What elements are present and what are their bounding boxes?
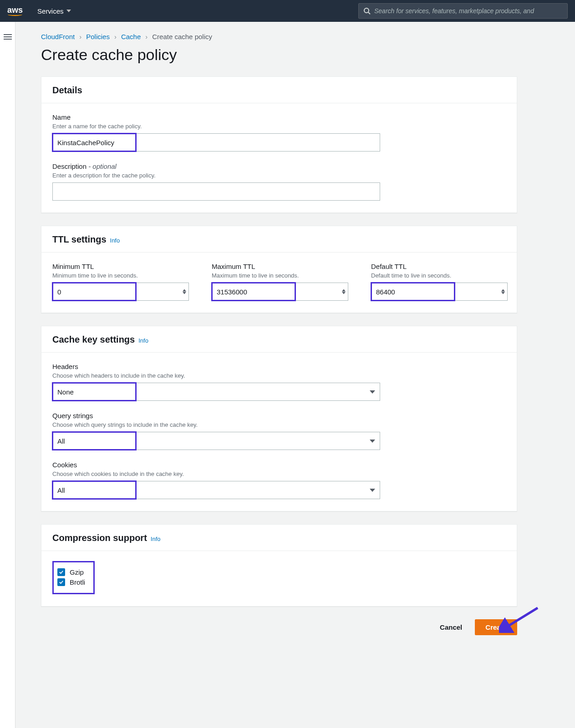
cachekey-panel: Cache key settings Info Headers Choose w… bbox=[41, 326, 517, 511]
breadcrumb: CloudFront › Policies › Cache › Create c… bbox=[41, 33, 517, 40]
sidebar-toggle-icon[interactable] bbox=[4, 33, 12, 728]
page-title: Create cache policy bbox=[41, 46, 517, 64]
svg-line-1 bbox=[368, 12, 370, 14]
cancel-button[interactable]: Cancel bbox=[433, 620, 468, 635]
name-input[interactable]: KinstaCachePolicy bbox=[52, 133, 380, 152]
max-ttl-input[interactable]: 31536000 bbox=[212, 283, 348, 301]
ttl-info-link[interactable]: Info bbox=[110, 237, 120, 244]
min-ttl-stepper[interactable] bbox=[183, 289, 186, 294]
querystrings-help: Choose which query strings to include in… bbox=[52, 421, 506, 428]
caret-up-icon bbox=[183, 289, 186, 292]
services-label: Services bbox=[37, 7, 64, 15]
headers-help: Choose which headers to include in the c… bbox=[52, 372, 506, 379]
querystrings-label: Query strings bbox=[52, 412, 506, 420]
cookies-label: Cookies bbox=[52, 461, 506, 469]
caret-down-icon bbox=[342, 292, 346, 294]
details-panel: Details Name Enter a name for the cache … bbox=[41, 76, 517, 213]
page-content: CloudFront › Policies › Cache › Create c… bbox=[15, 22, 539, 681]
compression-title: Compression support bbox=[52, 533, 147, 543]
cookies-help: Choose which cookies to include in the c… bbox=[52, 470, 506, 477]
max-ttl-label: Maximum TTL bbox=[212, 263, 348, 270]
svg-point-0 bbox=[364, 8, 369, 13]
max-ttl-stepper[interactable] bbox=[342, 289, 346, 294]
aws-logo[interactable]: aws bbox=[7, 6, 23, 16]
brotli-row: Brotli bbox=[57, 578, 85, 586]
sidebar-collapsed bbox=[0, 22, 15, 728]
breadcrumb-cache[interactable]: Cache bbox=[121, 33, 141, 40]
min-ttl-label: Minimum TTL bbox=[52, 263, 189, 270]
gzip-row: Gzip bbox=[57, 568, 85, 576]
details-title: Details bbox=[52, 85, 82, 96]
compression-info-link[interactable]: Info bbox=[151, 536, 161, 542]
global-search[interactable] bbox=[358, 3, 568, 19]
def-ttl-help: Default time to live in seconds. bbox=[371, 272, 508, 279]
top-nav: aws Services bbox=[0, 0, 575, 22]
caret-up-icon bbox=[342, 289, 346, 292]
description-label: Description - optional bbox=[52, 162, 506, 170]
ttl-panel: TTL settings Info Minimum TTL Minimum ti… bbox=[41, 226, 517, 313]
name-value: KinstaCachePolicy bbox=[57, 139, 114, 147]
max-ttl-value: 31536000 bbox=[217, 288, 247, 296]
brotli-checkbox[interactable] bbox=[57, 578, 65, 586]
max-ttl-help: Maximum time to live in seconds. bbox=[212, 272, 348, 279]
search-input[interactable] bbox=[374, 7, 563, 15]
chevron-down-icon bbox=[370, 390, 375, 394]
compression-options-highlight: Gzip Brotli bbox=[52, 561, 95, 594]
check-icon bbox=[59, 570, 64, 575]
check-icon bbox=[59, 580, 64, 585]
gzip-checkbox[interactable] bbox=[57, 568, 65, 576]
chevron-down-icon bbox=[66, 10, 71, 12]
cookies-select[interactable]: All bbox=[52, 481, 380, 499]
cachekey-title: Cache key settings bbox=[52, 334, 135, 345]
breadcrumb-cloudfront[interactable]: CloudFront bbox=[41, 33, 75, 40]
def-ttl-stepper[interactable] bbox=[501, 289, 505, 294]
headers-label: Headers bbox=[52, 363, 506, 370]
caret-down-icon bbox=[501, 292, 505, 294]
name-help: Enter a name for the cache policy. bbox=[52, 123, 506, 130]
chevron-right-icon: › bbox=[114, 33, 117, 40]
def-ttl-value: 86400 bbox=[376, 288, 395, 296]
breadcrumb-policies[interactable]: Policies bbox=[86, 33, 110, 40]
create-button[interactable]: Create bbox=[475, 619, 517, 635]
name-label: Name bbox=[52, 113, 506, 121]
querystrings-select[interactable]: All bbox=[52, 432, 380, 450]
min-ttl-value: 0 bbox=[57, 288, 61, 296]
cachekey-info-link[interactable]: Info bbox=[138, 337, 148, 344]
def-ttl-label: Default TTL bbox=[371, 263, 508, 270]
caret-up-icon bbox=[501, 289, 505, 292]
brotli-label: Brotli bbox=[70, 578, 85, 586]
search-icon bbox=[363, 7, 371, 15]
services-menu[interactable]: Services bbox=[37, 7, 71, 15]
headers-value: None bbox=[57, 388, 74, 396]
chevron-down-icon bbox=[370, 440, 375, 443]
headers-select[interactable]: None bbox=[52, 383, 380, 401]
breadcrumb-current: Create cache policy bbox=[152, 33, 212, 40]
caret-down-icon bbox=[183, 292, 186, 294]
chevron-right-icon: › bbox=[145, 33, 148, 40]
chevron-down-icon bbox=[370, 489, 375, 492]
ttl-title: TTL settings bbox=[52, 234, 107, 245]
min-ttl-input[interactable]: 0 bbox=[52, 283, 189, 301]
compression-panel: Compression support Info Gzip Brotli bbox=[41, 524, 517, 607]
def-ttl-input[interactable]: 86400 bbox=[371, 283, 508, 301]
chevron-right-icon: › bbox=[79, 33, 81, 40]
description-input[interactable] bbox=[52, 182, 380, 201]
gzip-label: Gzip bbox=[70, 568, 84, 576]
min-ttl-help: Minimum time to live in seconds. bbox=[52, 272, 189, 279]
querystrings-value: All bbox=[57, 437, 65, 445]
cookies-value: All bbox=[57, 486, 65, 494]
footer-actions: Cancel Create bbox=[41, 619, 517, 635]
description-help: Enter a description for the cache policy… bbox=[52, 172, 506, 179]
